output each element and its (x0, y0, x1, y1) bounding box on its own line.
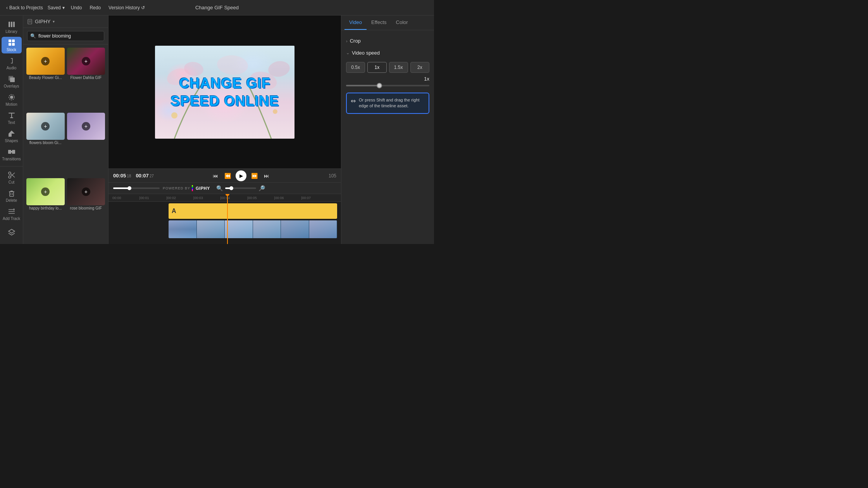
sidebar: Library Stock Audio Overlays (0, 15, 23, 244)
sidebar-item-shapes[interactable]: Shapes (2, 128, 22, 145)
playback-progress-fill (113, 187, 129, 189)
item-4-label (67, 140, 105, 141)
speed-slider-fill (346, 85, 379, 86)
sidebar-item-text[interactable]: Text (2, 110, 22, 126)
zoom-thumb[interactable] (229, 186, 233, 190)
sidebar-item-transitions[interactable]: Transitions (2, 146, 22, 163)
svg-rect-23 (28, 19, 32, 24)
overlays-icon (8, 75, 16, 83)
sidebar-item-library[interactable]: Library (2, 19, 22, 35)
video-text-overlay: CHANGE GIF SPEED ONLINE (155, 46, 294, 139)
giphy-rainbow-icon (192, 185, 193, 191)
sidebar-label-add-track: Add Track (3, 217, 20, 221)
speed-buttons: 0.5x 1x 1.5x 2x (346, 62, 429, 73)
sidebar-item-motion[interactable]: Motion (2, 91, 22, 108)
add-item-3-icon[interactable]: + (41, 122, 50, 131)
saved-label: Saved (48, 5, 61, 10)
ruler-mark-7: |00:07 (301, 196, 311, 200)
sidebar-item-delete[interactable]: Delete (2, 188, 22, 204)
play-pause-button[interactable]: ▶ (236, 170, 246, 181)
crop-section-title: Crop (350, 38, 361, 44)
speed-slider-thumb[interactable] (377, 83, 382, 88)
speed-0-5x-button[interactable]: 0.5x (346, 62, 365, 73)
crop-section-header[interactable]: › Crop (346, 35, 429, 47)
video-frame-2 (197, 220, 225, 238)
list-item[interactable]: + flowers bloom Gi... (26, 113, 65, 175)
undo-button[interactable]: Undo (69, 4, 84, 11)
rewind-button[interactable]: ⏪ (223, 171, 232, 180)
total-time-display: 00:07 27 (136, 173, 153, 179)
source-dropdown-icon[interactable]: ▾ (53, 19, 55, 24)
speed-2x-button[interactable]: 2x (410, 62, 429, 73)
list-item[interactable]: + (67, 113, 105, 175)
video-speed-title: Video speed (352, 50, 380, 56)
zoom-out-button[interactable]: 🔍 (216, 185, 223, 191)
sidebar-label-cut: Cut (9, 180, 15, 184)
sidebar-item-cut[interactable]: Cut (2, 170, 22, 186)
speed-1-5x-button[interactable]: 1.5x (389, 62, 408, 73)
back-to-projects-button[interactable]: ‹ Back to Projects (6, 5, 43, 10)
tab-video[interactable]: Video (344, 15, 367, 30)
motion-icon (8, 93, 16, 101)
sidebar-item-audio[interactable]: Audio (2, 55, 22, 72)
tip-box: ⇔ Or press Shift and drag the right edge… (346, 93, 429, 114)
item-5-label: happy birthday lo... (26, 205, 65, 211)
add-item-6-icon[interactable]: + (82, 187, 90, 196)
ruler-mark-4: |00:04 (220, 196, 230, 200)
playback-bar: 00:05 18 00:07 27 ⏮ ⏪ ▶ ⏩ ⏭ 105 (108, 168, 341, 182)
zoom-in-button[interactable]: 🔎 (258, 185, 265, 191)
video-frame-1 (169, 220, 197, 238)
tab-effects[interactable]: Effects (367, 15, 391, 30)
add-item-4-icon[interactable]: + (82, 122, 90, 131)
list-item[interactable]: + rose blooming GIF (67, 178, 105, 241)
sidebar-item-add-track[interactable]: Add Track (2, 206, 22, 223)
current-time-display: 00:05 18 (113, 173, 131, 179)
text-track-icon: A (172, 208, 176, 215)
right-panel: Video Effects Color › Crop ⌄ Video speed… (341, 15, 434, 244)
ruler-mark-0: 00:00 (112, 196, 121, 200)
redo-button[interactable]: Redo (88, 4, 102, 11)
svg-rect-19 (10, 192, 14, 196)
sidebar-label-delete: Delete (6, 198, 17, 203)
file-icon (27, 19, 33, 24)
sidebar-item-layers[interactable] (2, 224, 22, 241)
crop-chevron-icon: › (346, 39, 348, 43)
zoom-track[interactable] (225, 187, 256, 189)
sidebar-item-overlays[interactable]: Overlays (2, 73, 22, 90)
timeline-playhead[interactable] (227, 194, 228, 244)
svg-rect-6 (12, 43, 15, 46)
shapes-icon (8, 130, 16, 137)
add-item-1-icon[interactable]: + (41, 57, 50, 65)
stock-icon (8, 39, 16, 46)
text-icon (8, 112, 16, 119)
speed-1x-button[interactable]: 1x (367, 62, 386, 73)
text-track-bar[interactable]: A (169, 203, 337, 219)
ruler-mark-1: |00:01 (140, 196, 149, 200)
fast-forward-button[interactable]: ⏩ (250, 171, 259, 180)
saved-button[interactable]: Saved ▾ (48, 5, 65, 10)
speed-slider-track[interactable] (346, 85, 429, 86)
add-track-icon (8, 208, 16, 215)
text-track: A (112, 203, 337, 219)
search-input[interactable] (27, 31, 104, 41)
video-track-bar[interactable] (169, 220, 337, 238)
list-item[interactable]: + Flower Dahlia GIF (67, 48, 105, 110)
playback-progress-thumb[interactable] (127, 186, 131, 190)
skip-end-button[interactable]: ⏭ (262, 171, 271, 180)
playback-progress-track[interactable] (113, 187, 160, 189)
saved-dropdown-icon: ▾ (62, 5, 65, 10)
version-history-button[interactable]: Version History ↺ (107, 4, 146, 11)
end-time-label: 105 (329, 173, 336, 179)
media-grid: + Beauty Flower Gi... + Flower Dahlia GI… (23, 45, 108, 244)
video-canvas: CHANGE GIF SPEED ONLINE (155, 46, 294, 139)
sidebar-item-stock[interactable]: Stock (2, 37, 22, 53)
svg-point-9 (10, 96, 13, 99)
total-time-sub: 27 (150, 174, 154, 178)
tab-color[interactable]: Color (391, 15, 413, 30)
list-item[interactable]: + Beauty Flower Gi... (26, 48, 65, 110)
add-item-5-icon[interactable]: + (41, 187, 50, 196)
list-item[interactable]: + happy birthday lo... (26, 178, 65, 241)
add-item-2-icon[interactable]: + (82, 57, 90, 65)
video-speed-section-header[interactable]: ⌄ Video speed (346, 47, 429, 59)
skip-start-button[interactable]: ⏮ (211, 171, 220, 180)
